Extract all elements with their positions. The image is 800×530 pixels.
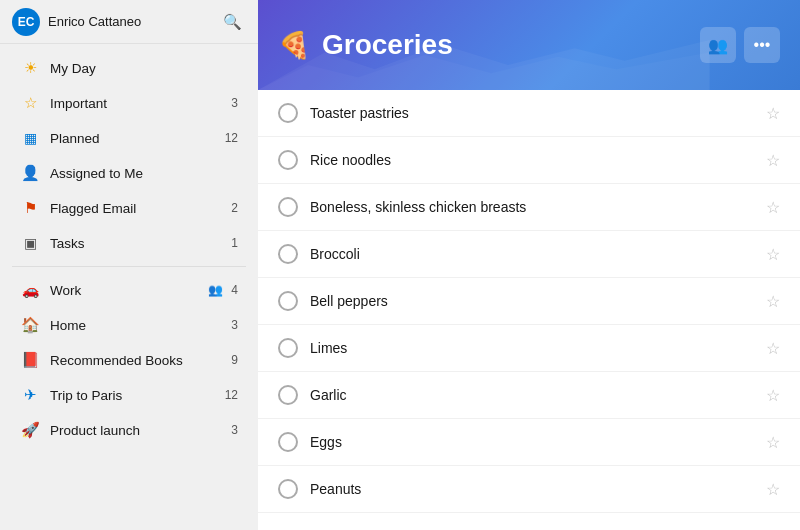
work-extras: 👥 4 [208,283,238,297]
task-list: Toaster pastries ☆ Rice noodles ☆ Bonele… [258,90,800,530]
flag-icon: ⚑ [20,198,40,218]
sidebar-header: EC Enrico Cattaneo 🔍 [0,0,258,44]
list-emoji: 🍕 [278,30,310,61]
task-checkbox[interactable] [278,432,298,452]
header-actions: 👥 ••• [700,27,780,63]
search-button[interactable]: 🔍 [219,9,246,35]
task-item[interactable]: Bell peppers ☆ [258,278,800,325]
sidebar-item-label: Important [50,96,227,111]
task-text: Limes [310,340,754,356]
sidebar-item-home[interactable]: 🏠 Home 3 [6,308,252,342]
task-item[interactable]: Peanuts ☆ [258,466,800,513]
task-text: Toaster pastries [310,105,754,121]
task-item[interactable]: Rice noodles ☆ [258,137,800,184]
task-item[interactable]: Boneless, skinless chicken breasts ☆ [258,184,800,231]
task-checkbox[interactable] [278,338,298,358]
task-checkbox[interactable] [278,150,298,170]
task-checkbox[interactable] [278,103,298,123]
more-options-button[interactable]: ••• [744,27,780,63]
badge-important: 3 [231,96,238,110]
sidebar-item-assigned-to-me[interactable]: 👤 Assigned to Me [6,156,252,190]
badge-home: 3 [231,318,238,332]
sidebar-item-trip-to-paris[interactable]: ✈ Trip to Paris 12 [6,378,252,412]
task-checkbox[interactable] [278,244,298,264]
task-star[interactable]: ☆ [766,480,780,499]
badge-product-launch: 3 [231,423,238,437]
share-button[interactable]: 👥 [700,27,736,63]
task-item[interactable]: Broccoli ☆ [258,231,800,278]
sidebar-nav: ☀ My Day ☆ Important 3 ▦ Planned 12 👤 As… [0,44,258,530]
task-text: Eggs [310,434,754,450]
badge-trip-to-paris: 12 [225,388,238,402]
tasks-icon: ▣ [20,233,40,253]
header-left: 🍕 Groceries [278,29,453,61]
badge-tasks: 1 [231,236,238,250]
task-text: Garlic [310,387,754,403]
task-text: Bell peppers [310,293,754,309]
task-checkbox[interactable] [278,385,298,405]
sidebar-item-label: Work [50,283,208,298]
avatar[interactable]: EC [12,8,40,36]
sidebar-item-recommended-books[interactable]: 📕 Recommended Books 9 [6,343,252,377]
sidebar-item-label: My Day [50,61,238,76]
sidebar-item-label: Product launch [50,423,227,438]
star-icon: ☆ [20,93,40,113]
person-icon: 👤 [20,163,40,183]
sidebar-item-important[interactable]: ☆ Important 3 [6,86,252,120]
more-icon: ••• [754,36,771,54]
sidebar-item-label: Home [50,318,227,333]
sidebar-item-label: Planned [50,131,221,146]
task-text: Rice noodles [310,152,754,168]
task-star[interactable]: ☆ [766,339,780,358]
sidebar-item-work[interactable]: 🚗 Work 👥 4 [6,273,252,307]
sidebar-item-label: Assigned to Me [50,166,238,181]
plane-icon: ✈ [20,385,40,405]
task-star[interactable]: ☆ [766,104,780,123]
sidebar-item-product-launch[interactable]: 🚀 Product launch 3 [6,413,252,447]
sidebar-item-label: Recommended Books [50,353,227,368]
user-name: Enrico Cattaneo [48,14,141,29]
task-checkbox[interactable] [278,291,298,311]
search-icon: 🔍 [223,13,242,30]
task-star[interactable]: ☆ [766,151,780,170]
task-text: Broccoli [310,246,754,262]
badge-flagged-email: 2 [231,201,238,215]
sidebar-item-flagged-email[interactable]: ⚑ Flagged Email 2 [6,191,252,225]
car-icon: 🚗 [20,280,40,300]
badge-planned: 12 [225,131,238,145]
shared-icon: 👥 [208,283,223,297]
sidebar-item-planned[interactable]: ▦ Planned 12 [6,121,252,155]
sidebar: EC Enrico Cattaneo 🔍 ☀ My Day ☆ Importan… [0,0,258,530]
task-star[interactable]: ☆ [766,198,780,217]
main-header: 🍕 Groceries 👥 ••• [258,0,800,90]
sun-icon: ☀ [20,58,40,78]
task-text: Boneless, skinless chicken breasts [310,199,754,215]
home-icon: 🏠 [20,315,40,335]
task-item[interactable]: Limes ☆ [258,325,800,372]
task-item[interactable]: Eggs ☆ [258,419,800,466]
task-checkbox[interactable] [278,197,298,217]
badge-work: 4 [231,283,238,297]
task-star[interactable]: ☆ [766,292,780,311]
main-content: 🍕 Groceries 👥 ••• Toaster pastries ☆ Ric… [258,0,800,530]
task-checkbox[interactable] [278,479,298,499]
task-item[interactable]: Garlic ☆ [258,372,800,419]
task-star[interactable]: ☆ [766,386,780,405]
share-icon: 👥 [708,36,728,55]
task-star[interactable]: ☆ [766,433,780,452]
sidebar-item-my-day[interactable]: ☀ My Day [6,51,252,85]
user-info: EC Enrico Cattaneo [12,8,141,36]
calendar-icon: ▦ [20,128,40,148]
sidebar-item-label: Tasks [50,236,227,251]
task-star[interactable]: ☆ [766,245,780,264]
list-title: Groceries [322,29,453,61]
badge-recommended-books: 9 [231,353,238,367]
task-text: Peanuts [310,481,754,497]
sidebar-item-label: Flagged Email [50,201,227,216]
rocket-icon: 🚀 [20,420,40,440]
task-item[interactable]: Toaster pastries ☆ [258,90,800,137]
sidebar-item-label: Trip to Paris [50,388,221,403]
nav-divider [12,266,246,267]
book-icon: 📕 [20,350,40,370]
sidebar-item-tasks[interactable]: ▣ Tasks 1 [6,226,252,260]
